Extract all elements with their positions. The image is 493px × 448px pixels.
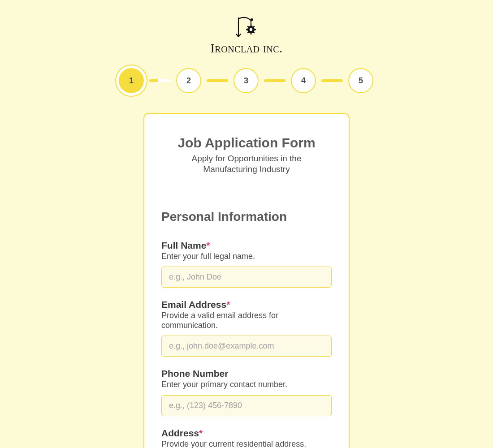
step-3[interactable]: 3: [234, 68, 259, 93]
step-2[interactable]: 2: [176, 68, 201, 93]
section-heading: Personal Information: [161, 210, 332, 224]
crane-gear-icon: [236, 16, 257, 39]
logo-area: Ironclad inc.: [0, 16, 493, 56]
address-label-text: Address: [161, 428, 199, 438]
step-4[interactable]: 4: [291, 68, 316, 93]
phone-help: Enter your primary contact number.: [161, 380, 332, 390]
step-connector: [321, 79, 343, 82]
form-title: Job Application Form: [161, 135, 332, 151]
phone-label: Phone Number: [161, 368, 332, 379]
required-asterisk: *: [226, 299, 230, 310]
field-full-name: Full Name* Enter your full legal name.: [161, 240, 332, 288]
full-name-label: Full Name*: [161, 240, 332, 251]
field-email: Email Address* Provide a valid email add…: [161, 299, 332, 357]
full-name-label-text: Full Name: [161, 240, 206, 250]
step-connector: [207, 79, 228, 82]
email-help: Provide a valid email address for commun…: [161, 311, 332, 330]
svg-point-2: [251, 18, 253, 21]
full-name-help: Enter your full legal name.: [161, 252, 332, 262]
field-address: Address* Provide your current residentia…: [161, 428, 332, 448]
email-label: Email Address*: [161, 299, 332, 310]
address-help: Provide your current residential address…: [161, 439, 332, 448]
step-5[interactable]: 5: [348, 68, 373, 93]
step-connector: [264, 79, 285, 82]
svg-rect-7: [254, 29, 256, 30]
svg-rect-8: [246, 29, 248, 30]
email-label-text: Email Address: [161, 299, 226, 310]
full-name-input[interactable]: [161, 267, 332, 288]
phone-label-text: Phone Number: [161, 368, 228, 379]
field-phone: Phone Number Enter your primary contact …: [161, 368, 332, 416]
step-indicator: 1 2 3 4 5: [119, 68, 374, 93]
required-asterisk: *: [206, 240, 210, 250]
phone-input[interactable]: [161, 395, 332, 416]
address-label: Address*: [161, 428, 332, 439]
required-asterisk: *: [199, 428, 203, 438]
step-1[interactable]: 1: [119, 68, 144, 93]
svg-rect-5: [251, 25, 252, 26]
svg-rect-6: [251, 33, 252, 34]
form-card: Job Application Form Apply for Opportuni…: [143, 113, 350, 448]
company-name: Ironclad inc.: [211, 41, 283, 56]
form-subtitle: Apply for Opportunities in the Manufactu…: [161, 153, 332, 175]
email-input[interactable]: [161, 336, 332, 357]
svg-point-4: [250, 28, 252, 31]
step-connector: [149, 79, 171, 82]
